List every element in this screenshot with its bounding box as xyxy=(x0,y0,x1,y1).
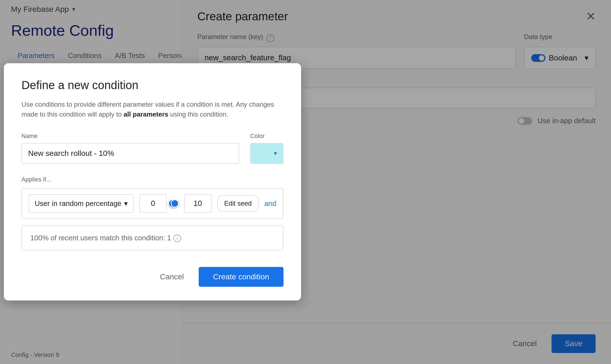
condition-type-select[interactable]: User in random percentage ▾ xyxy=(29,194,134,213)
condition-chevron-icon: ▾ xyxy=(124,199,128,208)
modal-name-color-row: Name Color ▾ xyxy=(21,133,283,164)
create-condition-button[interactable]: Create condition xyxy=(199,267,283,287)
max-value-input[interactable] xyxy=(184,194,212,213)
modal-desc-part2: using this condition. xyxy=(168,111,228,118)
and-link[interactable]: and xyxy=(264,199,276,208)
color-swatch xyxy=(257,148,271,158)
condition-type-label: User in random percentage xyxy=(35,199,121,208)
range-slider[interactable] xyxy=(172,198,178,209)
modal-description: Use conditions to provide different para… xyxy=(21,100,283,119)
modal-footer: Cancel Create condition xyxy=(21,267,283,287)
color-picker-button[interactable]: ▾ xyxy=(250,143,283,164)
min-value-input[interactable] xyxy=(139,194,167,213)
modal-color-label: Color xyxy=(250,133,283,140)
modal-desc-bold: all parameters xyxy=(124,111,168,118)
edit-seed-button[interactable]: Edit seed xyxy=(217,195,259,212)
modal-name-label: Name xyxy=(21,133,239,140)
modal-name-field: Name xyxy=(21,133,239,164)
color-chevron-icon: ▾ xyxy=(274,150,277,157)
match-text: 100% of recent users match this conditio… xyxy=(30,234,167,242)
modal-cancel-button[interactable]: Cancel xyxy=(153,268,190,286)
modal-title: Define a new condition xyxy=(21,79,283,92)
define-condition-modal: Define a new condition Use conditions to… xyxy=(4,63,301,300)
slider-thumb-right[interactable] xyxy=(171,199,179,208)
match-number: 1 xyxy=(167,234,171,242)
modal-color-field: Color ▾ xyxy=(250,133,283,164)
match-info-box: 100% of recent users match this conditio… xyxy=(21,225,283,250)
modal-name-input[interactable] xyxy=(21,143,239,164)
applies-if-label: Applies if... xyxy=(21,176,283,183)
condition-row: User in random percentage ▾ Edit seed an… xyxy=(21,188,283,219)
slider-track xyxy=(172,203,178,204)
match-info-icon: i xyxy=(173,235,181,242)
